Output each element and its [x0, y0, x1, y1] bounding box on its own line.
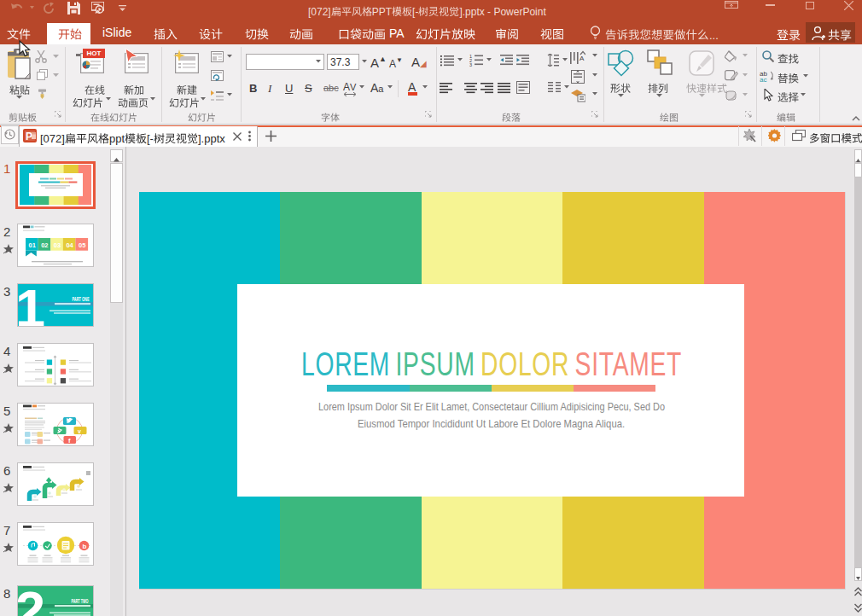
- svg-text:A: A: [580, 55, 585, 62]
- svg-text:04: 04: [66, 241, 73, 249]
- svg-text:v: v: [78, 428, 81, 434]
- svg-text:3: 3: [469, 62, 472, 67]
- svg-text:b: b: [83, 543, 87, 550]
- svg-text:01: 01: [29, 241, 36, 249]
- svg-text:1: 1: [18, 284, 45, 326]
- svg-text:02: 02: [41, 241, 48, 249]
- svg-text:ac: ac: [760, 76, 766, 82]
- svg-text:PART TWO: PART TWO: [72, 598, 89, 604]
- svg-text:PART ONE: PART ONE: [73, 296, 90, 302]
- svg-text:03: 03: [54, 241, 61, 249]
- svg-text:2: 2: [18, 586, 45, 616]
- svg-text:P: P: [26, 131, 32, 142]
- svg-text:05: 05: [79, 241, 85, 249]
